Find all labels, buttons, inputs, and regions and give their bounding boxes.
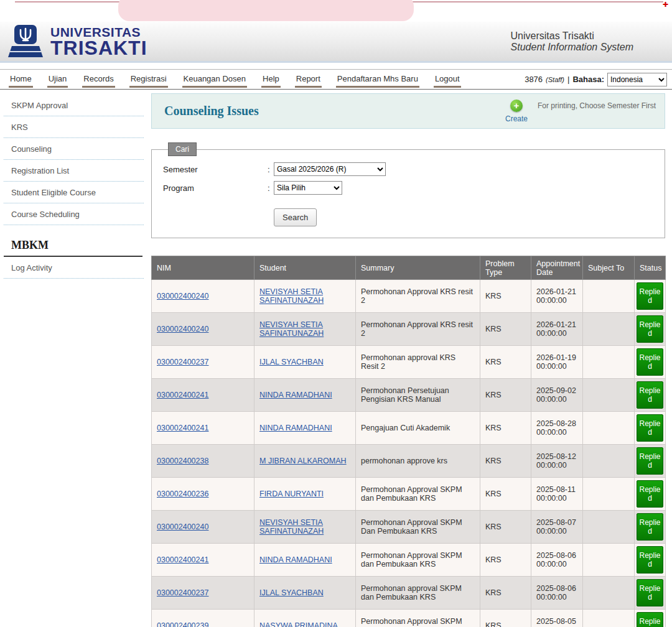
table-header-row: NIMStudentSummaryProblem TypeAppointment… [152,256,666,280]
program-select[interactable]: Sila Pilih [274,181,342,195]
page-title: Counseling Issues [164,104,259,118]
cell-summary: Permohonan Approval SKPM dan Pembukaan K… [356,478,480,511]
cell-summary: permohonan approve krs [356,445,480,478]
cell-subject_to [583,313,635,346]
column-header-summary: Summary [356,256,480,280]
student-link[interactable]: IJLAL SYACHBAN [259,358,324,366]
nim-link[interactable]: 030002400241 [157,555,208,564]
status-replied-button[interactable]: Replied [637,315,663,343]
body-wrap: SKPM ApprovalKRSCounselingRegistration L… [0,93,672,627]
cell-problem_type: KRS [480,511,531,544]
cell-appointment_date: 2025-08-07 00:00:00 [531,511,583,544]
nim-link[interactable]: 030002400237 [157,358,208,366]
corner-cross-icon: ✚ [663,0,668,9]
nim-link[interactable]: 030002400240 [157,522,208,531]
nim-link[interactable]: 030002400238 [157,457,208,465]
sidebar-item-skpm-approval[interactable]: SKPM Approval [4,95,144,116]
status-replied-button[interactable]: Replied [637,480,663,508]
status-replied-button[interactable]: Replied [637,381,663,409]
user-id: 3876 [525,75,543,84]
nim-link[interactable]: 030002400240 [157,292,208,300]
create-button[interactable]: + Create [505,100,528,123]
nav-item-logout[interactable]: Logout [434,72,461,88]
cell-appointment_date: 2026-01-19 00:00:00 [531,346,583,379]
nim-link[interactable]: 030002400240 [157,325,208,333]
cell-summary: Permohonan Approval KRS resit 2 [356,280,480,313]
sidebar-item-student-eligible-course[interactable]: Student Eligible Course [4,182,144,203]
sidebar-item-krs[interactable]: KRS [4,116,144,138]
user-role-badge: (Staff) [546,76,564,83]
brand: UNIVERSITAS TRISAKTI [6,24,147,59]
language-select[interactable]: Indonesia [607,73,667,86]
nav-item-records[interactable]: Records [82,72,114,88]
cell-problem_type: KRS [480,412,531,445]
system-subtitle: Student Information System [511,42,633,53]
sidebar: SKPM ApprovalKRSCounselingRegistration L… [0,93,151,627]
sidebar-item-registration-list[interactable]: Registration List [4,160,144,182]
cell-summary: Permohonan approval SKPM dan Pembukaan K… [356,577,480,610]
table-row: 030002400237IJLAL SYACHBANPermohonan app… [152,346,666,379]
cell-appointment_date: 2025-08-06 00:00:00 [531,577,583,610]
pink-blob-decoration [118,0,414,21]
student-link[interactable]: NEVISYAH SETIA SAFINATUNAZAH [259,287,324,305]
column-header-subject-to: Subject To [583,256,635,280]
table-row: 030002400241NINDA RAMADHANIPermohonan Ap… [152,544,666,577]
nim-link[interactable]: 030002400241 [157,391,208,399]
nim-link[interactable]: 030002400239 [157,621,208,627]
cell-problem_type: KRS [480,379,531,412]
student-link[interactable]: FIRDA NURYANTI [259,490,324,498]
status-replied-button[interactable]: Replied [637,546,663,574]
student-link[interactable]: NASYWA PRIMADINA [259,621,338,627]
cell-subject_to [583,379,635,412]
nav-item-report[interactable]: Report [295,72,322,88]
student-link[interactable]: NINDA RAMADHANI [259,391,332,399]
table-row: 030002400238M JIBRAN ALKAROMAHpermohonan… [152,445,666,478]
cell-subject_to [583,478,635,511]
student-link[interactable]: IJLAL SYACHBAN [259,588,324,597]
status-replied-button[interactable]: Replied [637,414,663,442]
brand-text: UNIVERSITAS TRISAKTI [50,26,147,57]
nav-item-ujian[interactable]: Ujian [47,72,68,88]
column-header-nim: NIM [152,256,254,280]
sidebar-item-log-activity[interactable]: Log Activity [4,257,144,279]
student-link[interactable]: NEVISYAH SETIA SAFINATUNAZAH [259,518,324,536]
separator: | [567,75,569,84]
nim-link[interactable]: 030002400236 [157,490,208,498]
sidebar-item-course-scheduling[interactable]: Course Scheduling [4,203,144,225]
cell-subject_to [583,346,635,379]
status-replied-button[interactable]: Replied [637,579,663,606]
status-replied-button[interactable]: Replied [637,612,663,627]
student-link[interactable]: NINDA RAMADHANI [259,424,332,432]
nav-item-home[interactable]: Home [9,72,33,88]
cell-problem_type: KRS [480,544,531,577]
sidebar-section-mbkm[interactable]: MBKM [4,235,142,257]
nav-item-pendaftaran-mhs-baru[interactable]: Pendaftaran Mhs Baru [336,72,419,88]
cell-appointment_date: 2025-08-12 00:00:00 [531,445,583,478]
cell-subject_to [583,610,635,627]
search-panel-legend: Cari [168,142,197,156]
nav-item-help[interactable]: Help [261,72,281,88]
status-replied-button[interactable]: Replied [637,282,663,310]
nim-link[interactable]: 030002400237 [157,588,208,597]
top-strip: ✚ [0,0,672,22]
status-replied-button[interactable]: Replied [637,447,663,475]
cell-subject_to [583,412,635,445]
student-link[interactable]: NINDA RAMADHANI [259,555,332,564]
sidebar-item-counseling[interactable]: Counseling [4,138,144,160]
search-panel: Cari Semester : Gasal 2025/2026 (R) Prog… [151,142,665,238]
sidebar-top-items: SKPM ApprovalKRSCounselingRegistration L… [0,95,151,225]
search-button[interactable]: Search [274,208,317,226]
nim-link[interactable]: 030002400241 [157,424,208,432]
cell-appointment_date: 2025-08-11 00:00:00 [531,478,583,511]
status-replied-button[interactable]: Replied [637,348,663,376]
nav-item-keuangan-dosen[interactable]: Keuangan Dosen [182,72,247,88]
student-link[interactable]: NEVISYAH SETIA SAFINATUNAZAH [259,320,324,338]
semester-select[interactable]: Gasal 2025/2026 (R) [274,162,386,176]
system-title: Universitas Trisakti [511,30,633,42]
cell-appointment_date: 2025-08-06 00:00:00 [531,544,583,577]
nav-items: HomeUjianRecordsRegistrasiKeuangan Dosen… [9,72,475,88]
status-replied-button[interactable]: Replied [637,513,663,541]
student-link[interactable]: M JIBRAN ALKAROMAH [259,457,347,465]
create-label: Create [505,114,528,123]
nav-item-registrasi[interactable]: Registrasi [129,72,168,88]
